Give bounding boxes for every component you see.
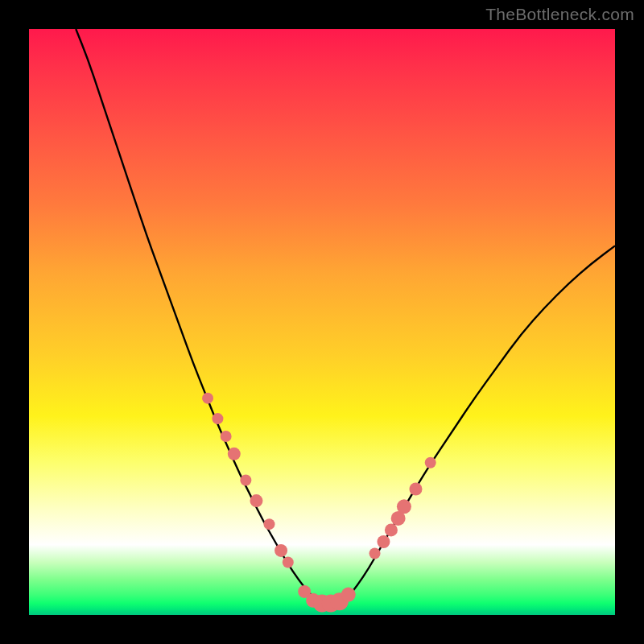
scatter-point bbox=[397, 499, 411, 514]
scatter-point bbox=[212, 413, 223, 424]
scatter-point bbox=[202, 393, 213, 404]
scatter-point bbox=[369, 548, 381, 559]
scatter-point bbox=[275, 544, 287, 557]
scatter-point bbox=[341, 588, 356, 602]
scatter-point bbox=[221, 431, 232, 442]
scatter-points bbox=[202, 393, 436, 613]
watermark-text: TheBottleneck.com bbox=[485, 5, 634, 24]
scatter-point bbox=[250, 494, 262, 507]
scatter-point bbox=[377, 535, 390, 548]
scatter-point bbox=[283, 556, 294, 568]
scatter-point bbox=[228, 448, 241, 460]
scatter-points-layer bbox=[29, 29, 615, 615]
scatter-point bbox=[425, 457, 436, 469]
plot-area bbox=[29, 29, 615, 615]
scatter-point bbox=[263, 518, 275, 530]
chart-frame: TheBottleneck.com bbox=[0, 0, 644, 644]
scatter-point bbox=[385, 523, 398, 536]
scatter-point bbox=[240, 475, 251, 486]
scatter-point bbox=[409, 482, 422, 495]
